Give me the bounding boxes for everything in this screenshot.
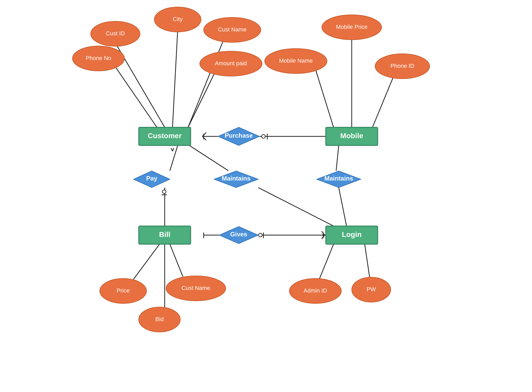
bid-label: Bid xyxy=(155,316,164,322)
cust-name-bill-label: Cust Name xyxy=(182,285,210,291)
mobile-name-label: Mobile Name xyxy=(279,57,313,64)
phone-no-label: Phone No xyxy=(86,55,111,61)
phone-id-label: Phone ID xyxy=(390,63,414,69)
svg-line-13 xyxy=(336,145,339,171)
svg-line-1 xyxy=(172,30,178,127)
gives-label: Gives xyxy=(230,231,247,238)
svg-line-25 xyxy=(202,136,206,140)
login-label: Login xyxy=(342,230,362,238)
svg-line-18 xyxy=(134,244,159,279)
svg-line-6 xyxy=(315,69,334,127)
svg-line-19 xyxy=(170,244,183,277)
purchase-label: Purchase xyxy=(225,132,253,139)
pay-label: Pay xyxy=(146,175,157,182)
svg-line-4 xyxy=(188,69,217,127)
svg-line-22 xyxy=(365,244,370,279)
svg-line-24 xyxy=(202,132,206,136)
svg-line-29 xyxy=(171,148,172,151)
maintains-right-label: Maintains xyxy=(324,175,353,182)
svg-point-30 xyxy=(162,190,166,194)
svg-line-21 xyxy=(319,244,334,279)
price-label: Price xyxy=(117,287,130,294)
svg-line-2 xyxy=(188,38,224,127)
cust-name-label: Cust Name xyxy=(218,26,247,33)
svg-line-12 xyxy=(189,145,228,171)
mobile-price-label: Mobile Price xyxy=(336,24,367,30)
admin-id-label: Admin ID xyxy=(304,287,327,294)
svg-line-3 xyxy=(114,65,157,127)
city-label: City xyxy=(173,16,183,22)
maintains-left-label: Maintains xyxy=(222,175,251,182)
customer-label: Customer xyxy=(148,132,182,140)
svg-point-33 xyxy=(258,233,262,237)
svg-point-26 xyxy=(262,135,265,138)
amount-paid-label: Amount paid xyxy=(215,60,247,67)
cust-id-label: Cust ID xyxy=(106,30,125,37)
svg-line-10 xyxy=(170,145,178,171)
svg-line-14 xyxy=(258,188,334,226)
svg-line-15 xyxy=(339,188,347,226)
pw-label: PW xyxy=(367,286,376,293)
bill-label: Bill xyxy=(159,230,170,238)
mobile-label: Mobile xyxy=(340,132,363,140)
